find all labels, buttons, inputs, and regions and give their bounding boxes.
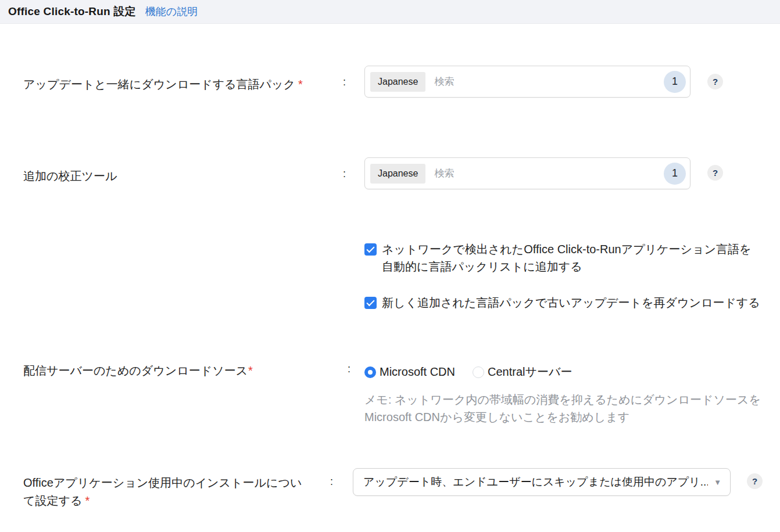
radio-label: Microsoft CDN <box>380 365 455 379</box>
selected-language-chip[interactable]: Japanese <box>370 72 425 92</box>
checkbox-label: ネットワークで検出されたOffice Click-to-Runアプリケーション言… <box>382 240 751 275</box>
caret-down-icon: ▼ <box>714 478 721 487</box>
checkbox-label-line: 自動的に言語パックリストに追加する <box>382 258 751 275</box>
field-label-install-in-use: Officeアプリケーション使用中のインストールについて設定する* <box>23 474 302 510</box>
field-colon: : <box>330 476 333 488</box>
office-click-to-run-settings-page: Office Click-to-Run 設定 機能の説明 アップデートと一緒にダ… <box>0 0 780 532</box>
field-colon: : <box>343 168 346 180</box>
radio-label: Centralサーバー <box>488 364 572 380</box>
language-pack-multiselect[interactable]: Japanese 1 <box>364 66 690 98</box>
download-source-note: メモ: ネットワーク内の帯域幅の消費を抑えるためにダウンロードソースを Micr… <box>364 391 761 426</box>
page-header: Office Click-to-Run 設定 機能の説明 <box>0 0 780 24</box>
note-line: Microsoft CDNから変更しないことをお勧めします <box>364 408 761 426</box>
proofing-tools-multiselect[interactable]: Japanese 1 <box>364 157 690 189</box>
radio-unselected-icon[interactable] <box>473 366 484 378</box>
install-setting-dropdown[interactable]: アップデート時、エンドユーザーにスキップまたは使用中のアプリ... ▼ <box>353 468 731 496</box>
language-search-input[interactable] <box>433 76 690 88</box>
required-asterisk: * <box>298 78 303 91</box>
proofing-search-input[interactable] <box>433 167 690 180</box>
note-line: メモ: ネットワーク内の帯域幅の消費を抑えるためにダウンロードソースを <box>364 391 761 408</box>
radio-option-microsoft-cdn[interactable]: Microsoft CDN <box>364 365 455 379</box>
auto-add-language-checkbox[interactable] <box>364 243 377 256</box>
field-colon: : <box>348 363 350 375</box>
selected-count-badge: 1 <box>664 163 686 185</box>
checkbox-row-auto-add-language: ネットワークで検出されたOffice Click-to-Runアプリケーション言… <box>364 240 751 275</box>
checkbox-label: 新しく追加された言語パックで古いアップデートを再ダウンロードする <box>382 294 760 311</box>
page-title: Office Click-to-Run 設定 <box>8 4 136 19</box>
field-label-proofing-tools: 追加の校正ツール <box>23 167 117 185</box>
field-label-download-source: 配信サーバーのためのダウンロードソース* <box>23 362 253 380</box>
help-icon[interactable]: ? <box>707 74 723 89</box>
checkbox-label-line: 新しく追加された言語パックで古いアップデートを再ダウンロードする <box>382 294 760 311</box>
field-label-language-packs: アップデートと一緒にダウンロードする言語パック* <box>23 76 303 94</box>
field-label-text: 配信サーバーのためのダウンロードソース <box>23 364 248 377</box>
field-label-text: Officeアプリケーション使用中のインストールについて設定する <box>23 476 302 507</box>
radio-option-central-server[interactable]: Centralサーバー <box>473 364 572 380</box>
radio-selected-icon[interactable] <box>364 366 376 378</box>
feature-description-link[interactable]: 機能の説明 <box>145 5 198 19</box>
download-source-radio-group: Microsoft CDN Centralサーバー <box>364 364 572 380</box>
checkbox-row-redownload-updates: 新しく追加された言語パックで古いアップデートを再ダウンロードする <box>364 294 760 311</box>
required-asterisk: * <box>248 364 253 377</box>
selected-language-chip[interactable]: Japanese <box>370 164 425 184</box>
checkbox-label-line: ネットワークで検出されたOffice Click-to-Runアプリケーション言… <box>382 240 751 258</box>
field-colon: : <box>343 76 346 88</box>
help-icon[interactable]: ? <box>747 473 763 489</box>
required-asterisk: * <box>85 494 90 507</box>
dropdown-selected-value: アップデート時、エンドユーザーにスキップまたは使用中のアプリ... <box>363 475 708 490</box>
help-icon[interactable]: ? <box>707 165 723 181</box>
redownload-updates-checkbox[interactable] <box>364 297 377 309</box>
field-label-text: アップデートと一緒にダウンロードする言語パック <box>23 78 295 91</box>
selected-count-badge: 1 <box>664 71 686 93</box>
